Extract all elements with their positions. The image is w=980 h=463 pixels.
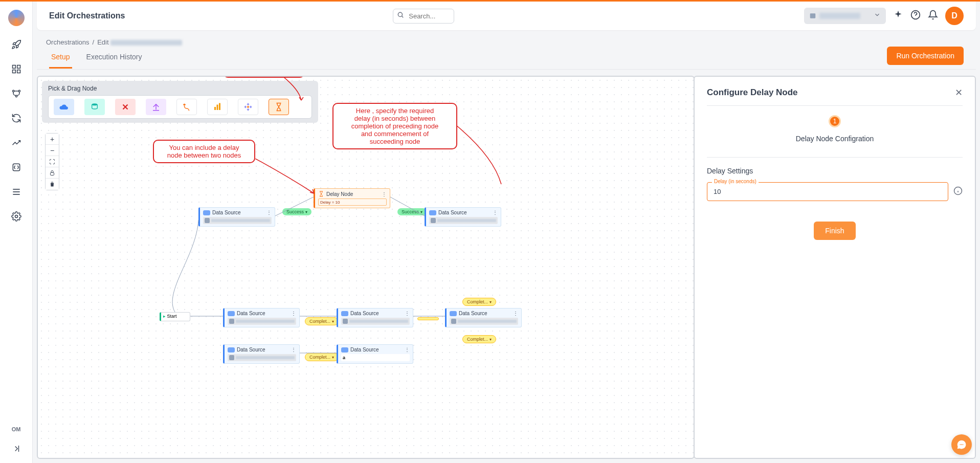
- fit-screen-button[interactable]: [46, 156, 59, 167]
- search-icon: [397, 11, 404, 20]
- org-selector[interactable]: [804, 8, 886, 24]
- svg-rect-3: [17, 70, 20, 73]
- node-delay[interactable]: Delay Node⋮ Delay = 10: [314, 188, 390, 208]
- sparkle-icon[interactable]: [893, 10, 903, 22]
- close-icon[interactable]: ✕: [955, 87, 963, 98]
- gear-icon[interactable]: [10, 210, 23, 223]
- node-data-source[interactable]: Data Source⋮: [198, 207, 275, 227]
- info-icon[interactable]: [953, 186, 963, 197]
- svg-point-17: [92, 103, 98, 105]
- node-menu-icon[interactable]: ⋮: [493, 210, 498, 215]
- badge-success[interactable]: Success▾: [397, 208, 427, 215]
- section-title: Delay Settings: [707, 167, 963, 175]
- chevron-down-icon: [874, 11, 881, 20]
- palette-item-upload[interactable]: [146, 99, 166, 115]
- field-label: Delay (in seconds): [712, 179, 759, 184]
- node-data-source[interactable]: Data Source⋮: [425, 207, 501, 227]
- svg-rect-19: [214, 107, 216, 110]
- help-icon[interactable]: [910, 10, 921, 22]
- annotation-add-delay: Click here to adddelay node: [223, 76, 305, 78]
- tab-history[interactable]: Execution History: [84, 49, 144, 69]
- svg-rect-0: [12, 65, 15, 69]
- node-menu-icon[interactable]: ⋮: [405, 311, 410, 316]
- svg-point-11: [15, 215, 17, 218]
- trend-icon[interactable]: [10, 137, 23, 149]
- bell-icon[interactable]: [928, 10, 938, 22]
- node-menu-icon[interactable]: ⋮: [291, 347, 296, 352]
- svg-rect-21: [219, 103, 220, 111]
- node-menu-icon[interactable]: ⋮: [291, 311, 296, 316]
- breadcrumb: Orchestrations / Edit: [46, 38, 182, 46]
- palette-item-cloud[interactable]: [54, 99, 74, 115]
- page-title: Edit Orchestrations: [49, 11, 125, 20]
- palette-item-sql[interactable]: [84, 99, 105, 115]
- badge-success[interactable]: Success▾: [282, 208, 311, 215]
- node-data-source[interactable]: Data Source⋮: [445, 308, 522, 327]
- node-data-source[interactable]: Data Source⋮ a: [337, 344, 413, 364]
- svg-point-13: [398, 12, 403, 16]
- svg-rect-2: [12, 70, 15, 73]
- lock-button[interactable]: [46, 167, 59, 179]
- palette-item-x[interactable]: [115, 99, 136, 115]
- topbar: Edit Orchestrations: [37, 2, 976, 30]
- canvas-area[interactable]: Pick & Drag Node + −: [37, 76, 695, 459]
- delay-input[interactable]: [707, 182, 948, 201]
- step-number: 1: [829, 115, 841, 127]
- svg-rect-32: [51, 172, 54, 175]
- collapse-icon[interactable]: [10, 443, 23, 455]
- palette-item-delay[interactable]: [269, 99, 289, 115]
- refresh-nodes-icon[interactable]: [10, 112, 23, 124]
- zoom-in-button[interactable]: +: [46, 134, 59, 145]
- search-box: [393, 9, 454, 24]
- node-menu-icon[interactable]: ⋮: [405, 347, 410, 352]
- node-data-source[interactable]: Data Source⋮: [223, 344, 300, 364]
- breadcrumb-current: Edit: [97, 38, 182, 46]
- badge-completed[interactable]: Complet...▾: [462, 298, 496, 306]
- palette-item-powerbi[interactable]: [207, 99, 228, 115]
- step-label: Delay Node Configration: [707, 135, 963, 143]
- chat-bubble-icon[interactable]: [951, 434, 972, 455]
- list-icon[interactable]: [10, 186, 23, 198]
- breadcrumb-root[interactable]: Orchestrations: [46, 38, 90, 46]
- annotation-specify-delay: Here , specify the requireddelay (in sec…: [332, 103, 457, 149]
- delete-button[interactable]: [46, 179, 59, 190]
- palette-item-branch[interactable]: [176, 99, 197, 115]
- run-orchestration-button[interactable]: Run Orchestration: [887, 47, 964, 65]
- svg-point-4: [12, 90, 14, 92]
- sidebar-om-label[interactable]: OM: [12, 426, 21, 432]
- app-sidebar: OM: [0, 2, 33, 463]
- node-data-source[interactable]: Data Source⋮: [223, 308, 300, 327]
- palette-item-tableau[interactable]: [238, 99, 258, 115]
- sync-icon[interactable]: [10, 161, 23, 173]
- node-palette: Pick & Drag Node: [42, 81, 318, 123]
- rocket-icon[interactable]: [10, 38, 23, 51]
- node-menu-icon[interactable]: ⋮: [382, 191, 387, 197]
- node-data-source[interactable]: Data Source⋮: [337, 308, 413, 327]
- panel-title: Configure Delay Node: [707, 87, 798, 98]
- app-logo[interactable]: [8, 10, 25, 26]
- node-start[interactable]: ▸ Start: [160, 312, 190, 321]
- svg-point-6: [15, 95, 17, 97]
- avatar[interactable]: D: [945, 7, 964, 25]
- node-menu-icon[interactable]: ⋮: [513, 311, 518, 316]
- badge-completed[interactable]: Complet...▾: [305, 353, 339, 361]
- palette-label: Pick & Drag Node: [48, 85, 312, 92]
- badge-completed[interactable]: [417, 317, 439, 320]
- svg-point-5: [18, 90, 20, 92]
- grid-icon[interactable]: [10, 63, 23, 75]
- flow-icon[interactable]: [10, 87, 23, 100]
- annotation-include-delay: You can include a delaynode between two …: [153, 140, 255, 163]
- badge-completed[interactable]: Complet...▾: [462, 335, 496, 343]
- finish-button[interactable]: Finish: [814, 222, 855, 240]
- svg-line-14: [402, 16, 404, 17]
- tab-setup[interactable]: Setup: [49, 49, 72, 69]
- svg-rect-15: [810, 13, 816, 18]
- zoom-controls: + −: [45, 133, 59, 190]
- config-panel: Configure Delay Node ✕ 1 Delay Node Conf…: [694, 76, 976, 459]
- badge-completed[interactable]: Complet...▾: [305, 317, 339, 325]
- svg-rect-20: [217, 105, 218, 111]
- svg-rect-1: [17, 65, 20, 69]
- zoom-out-button[interactable]: −: [46, 145, 59, 156]
- node-menu-icon[interactable]: ⋮: [266, 210, 272, 215]
